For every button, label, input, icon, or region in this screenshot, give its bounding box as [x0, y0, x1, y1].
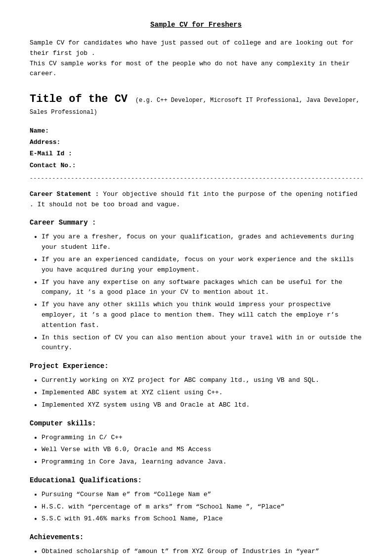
list-item: Pursuing “Course Nam e” from “College Na…: [42, 490, 362, 500]
list-item: Currently working on XYZ project for ABC…: [42, 375, 362, 386]
list-item: If you are a fresher, focus on your qual…: [42, 232, 362, 253]
career-summary-title: Career Summary :: [30, 218, 362, 228]
project-experience-title: Project Experience:: [30, 361, 362, 371]
achievements-section: Achievements: Obtained scholarship of “a…: [30, 532, 362, 555]
name-line: Name:: [30, 125, 362, 137]
email-line: E-Mail Id :: [30, 148, 362, 159]
cv-title-main: Title of the CV: [30, 93, 128, 105]
career-statement-label: Career Statement :: [30, 190, 99, 198]
educational-qualifications-list: Pursuing “Course Nam e” from “College Na…: [30, 490, 362, 524]
computer-skills-title: Computer skills:: [30, 418, 362, 429]
contact-line: Contact No.:: [30, 160, 362, 171]
list-item: Programming in Core Java, learning advan…: [42, 457, 362, 467]
career-summary-list: If you are a fresher, focus on your qual…: [30, 232, 362, 353]
project-experience-section: Project Experience: Currently working on…: [30, 361, 362, 410]
list-item: Obtained scholarship of “amoun t” from X…: [42, 547, 362, 555]
list-item: Implemented ABC system at XYZ client usi…: [42, 388, 362, 398]
intro-text: Sample CV for candidates who have just p…: [30, 38, 362, 79]
career-statement-section: Career Statement : Your objective should…: [30, 189, 362, 210]
list-item: If you are an experienced candidate, foc…: [42, 255, 362, 276]
address-label: Address:: [30, 139, 60, 146]
intro-line1: Sample CV for candidates who have just p…: [30, 38, 362, 59]
list-item: Implemented XYZ system using VB and Orac…: [42, 400, 362, 411]
achievements-list: Obtained scholarship of “amoun t” from X…: [30, 547, 362, 555]
career-summary-section: Career Summary : If you are a fresher, f…: [30, 218, 362, 353]
personal-info: Name: Address: E-Mail Id : Contact No.:: [30, 125, 362, 172]
list-item: S.S.C with 91.46% marks from School Name…: [42, 514, 362, 524]
contact-label: Contact No.:: [30, 162, 76, 169]
achievements-title: Achievements:: [30, 532, 362, 543]
list-item: In this section of CV you can also menti…: [42, 333, 362, 354]
project-experience-list: Currently working on XYZ project for ABC…: [30, 375, 362, 410]
list-item: H.S.C. with “percentage of m arks” from …: [42, 502, 362, 512]
educational-qualifications-title: Educational Qualifications:: [30, 475, 362, 486]
name-label: Name:: [30, 127, 49, 135]
email-label: E-Mail Id :: [30, 150, 72, 157]
list-item: If you have any other skills which you t…: [42, 300, 362, 330]
computer-skills-section: Computer skills: Programming in C/ C++We…: [30, 418, 362, 467]
page-title: Sample CV for Freshers: [30, 20, 362, 30]
intro-line2: This CV sample works for most of the peo…: [30, 59, 362, 80]
page-container: Sample CV for Freshers Sample CV for can…: [30, 20, 362, 555]
educational-qualifications-section: Educational Qualifications: Pursuing “Co…: [30, 475, 362, 524]
cv-title-section: Title of the CV (e.g. C++ Developer, Mic…: [30, 91, 362, 117]
address-line: Address:: [30, 137, 362, 148]
list-item: Well Verse with VB 6.0, Oracle and MS Ac…: [42, 445, 362, 455]
list-item: Programming in C/ C++: [42, 433, 362, 443]
computer-skills-list: Programming in C/ C++Well Verse with VB …: [30, 433, 362, 467]
list-item: If you have any expertise on any softwar…: [42, 278, 362, 298]
section-divider: ----------------------------------------…: [30, 174, 362, 183]
